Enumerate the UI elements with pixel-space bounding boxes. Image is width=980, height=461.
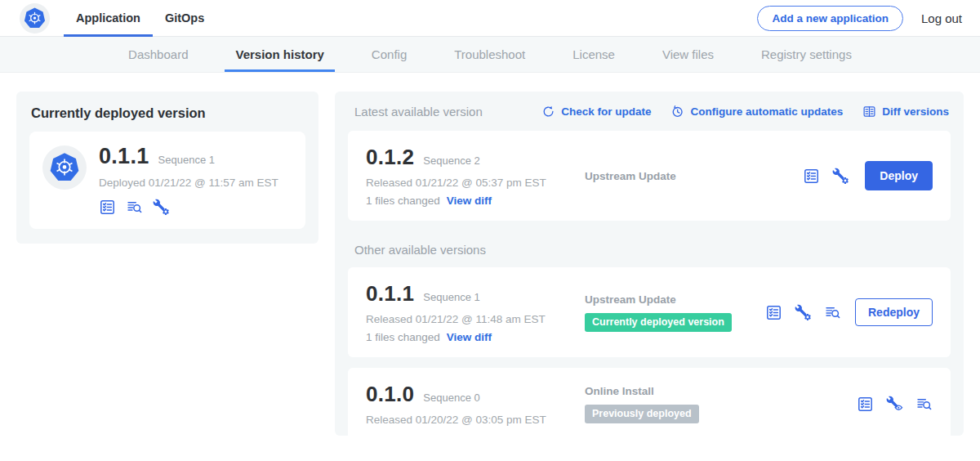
check-for-update-link[interactable]: Check for update [541,105,651,119]
check-for-update-label: Check for update [561,105,651,118]
files-changed-label: 1 files changed [366,195,440,207]
subnav-tab-troubleshoot[interactable]: Troubleshoot [430,37,549,72]
edit-config-icon[interactable] [795,304,812,321]
preflight-checks-icon[interactable] [857,396,874,413]
deploy-logs-icon[interactable] [824,304,841,321]
released-timestamp: Released 01/21/22 @ 05:37 pm EST [366,177,570,189]
released-timestamp: Released 01/21/22 @ 11:48 am EST [366,313,570,325]
deployed-timestamp: Deployed 01/21/22 @ 11:57 am EST [99,177,278,189]
diff-versions-link[interactable]: Diff versions [862,105,949,119]
app-logo [42,145,87,190]
add-new-application-button[interactable]: Add a new application [757,6,903,31]
deployed-sequence-label: Sequence 1 [158,154,215,166]
version-source-label: Online Install [585,385,857,397]
preflight-checks-icon[interactable] [803,168,820,185]
tab-gitops[interactable]: GitOps [153,0,216,36]
app-subnav: Dashboard Version history Config Trouble… [0,37,980,73]
refresh-icon [541,105,555,119]
subnav-tab-license[interactable]: License [549,37,639,72]
deploy-logs-icon[interactable] [915,396,933,413]
top-header: Application GitOps Add a new application… [0,0,980,37]
subnav-tab-version-history[interactable]: Version history [212,37,347,72]
redeploy-button[interactable]: Redeploy [855,298,933,326]
other-versions-title: Other available versions [354,243,951,257]
header-tabs: Application GitOps [64,0,216,36]
subnav-tab-view-files[interactable]: View files [639,37,737,72]
header-right: Add a new application Log out [757,0,962,36]
sequence-label: Sequence 1 [423,291,479,303]
view-diff-link[interactable]: View diff [447,195,492,207]
deploy-logs-icon[interactable] [126,199,143,216]
preflight-checks-icon[interactable] [99,199,116,216]
version-number: 0.1.2 [366,145,414,170]
edit-config-icon[interactable] [153,199,170,216]
clock-refresh-icon [670,105,684,119]
subnav-tab-dashboard[interactable]: Dashboard [105,37,212,72]
sequence-label: Sequence 2 [423,154,479,167]
view-diff-link[interactable]: View diff [447,331,492,343]
preflight-checks-icon[interactable] [765,304,782,321]
previously-deployed-badge: Previously deployed [585,405,699,423]
version-row-0-1-2: 0.1.2 Sequence 2 Released 01/21/22 @ 05:… [348,131,951,221]
version-history-panel: Latest available version Check for updat… [335,92,964,436]
latest-version-title: Latest available version [354,105,483,119]
currently-deployed-card: Currently deployed version 0.1.1 Sequenc… [16,92,318,244]
deploy-button[interactable]: Deploy [865,161,933,190]
deployed-version-number: 0.1.1 [99,144,149,169]
kubernetes-logo [20,3,50,34]
version-row-0-1-1: 0.1.1 Sequence 1 Released 01/21/22 @ 11:… [348,267,951,357]
version-source-label: Upstream Update [585,293,765,306]
deployed-version-card: 0.1.1 Sequence 1 Deployed 01/21/22 @ 11:… [29,132,305,229]
deployed-card-title: Currently deployed version [31,105,305,121]
tab-application[interactable]: Application [64,0,153,36]
diff-icon [862,105,876,119]
logout-link[interactable]: Log out [921,11,962,25]
subnav-tab-config[interactable]: Config [348,37,430,72]
edit-config-icon[interactable] [832,168,849,185]
configure-automatic-updates-label: Configure automatic updates [690,105,843,118]
diff-versions-label: Diff versions [882,105,949,118]
currently-deployed-badge: Currently deployed version [585,313,732,332]
sequence-label: Sequence 0 [423,392,479,404]
version-row-0-1-0: 0.1.0 Sequence 0 Released 01/20/22 @ 03:… [348,368,951,440]
view-config-icon[interactable] [886,396,903,413]
version-source-label: Upstream Update [585,170,803,182]
version-number: 0.1.0 [366,382,414,407]
version-number: 0.1.1 [366,281,414,307]
released-timestamp: Released 01/20/22 @ 03:05 pm EST [366,414,570,426]
files-changed-label: 1 files changed [366,331,440,343]
subnav-tab-registry-settings[interactable]: Registry settings [737,37,875,72]
configure-automatic-updates-link[interactable]: Configure automatic updates [670,105,843,119]
